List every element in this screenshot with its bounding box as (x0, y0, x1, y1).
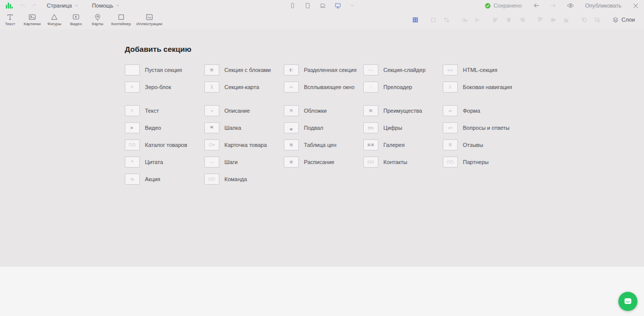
section-item[interactable]: ▶Видео (125, 122, 204, 133)
section-item[interactable]: ▢▢Команда (204, 174, 284, 185)
section-item[interactable]: ▤Обложки (284, 105, 363, 116)
section-item[interactable]: ▢≡Карточка товара (204, 139, 284, 150)
section-item[interactable]: ▀Шапка (204, 122, 284, 133)
arrange-group (581, 17, 601, 23)
section-thumbnail: ▦ (363, 105, 378, 116)
help-menu[interactable]: Помощь (92, 3, 121, 9)
section-item[interactable]: ▭Форма (443, 105, 522, 116)
history-controls (20, 3, 37, 9)
tool-illustrations[interactable]: Иллюстрации (136, 13, 162, 26)
align-left-button[interactable] (493, 17, 499, 23)
mask-button[interactable] (461, 17, 468, 23)
tool-container[interactable]: Контейнер (111, 13, 131, 26)
section-item[interactable]: ▄Подвал (284, 122, 363, 133)
section-item[interactable]: ‹ ›Секция-слайдер (363, 64, 443, 75)
tool-video[interactable]: Видео (68, 13, 84, 26)
device-chevron-down-button[interactable] (350, 3, 355, 8)
section-item[interactable]: ▦Преимущества (363, 105, 443, 116)
layers-button[interactable]: Слои (612, 17, 635, 23)
device-phone-button[interactable] (289, 3, 296, 9)
section-thumbnail: ▦ (284, 139, 299, 150)
section-item[interactable]: ◧Разделенная секция (284, 64, 363, 75)
section-item-label: Контакты (383, 159, 408, 165)
section-item-label: Боковая навигация (463, 84, 512, 90)
section-item-label: Секция-карта (224, 84, 259, 90)
section-item[interactable]: 5%Цифры (363, 122, 443, 133)
publish-button[interactable]: Опубликовать (585, 3, 621, 9)
align-middle-button[interactable] (550, 17, 556, 23)
eye-icon (567, 2, 574, 9)
align-bottom-button[interactable] (563, 17, 570, 23)
section-thumbnail: ≡ (204, 105, 219, 116)
section-item[interactable]: %Акция (125, 174, 204, 185)
undo-button[interactable] (20, 3, 26, 9)
align-center-h-icon (506, 17, 512, 23)
section-item[interactable]: ≡Описание (204, 105, 284, 116)
eye-button[interactable] (567, 2, 574, 9)
align-right-button[interactable] (519, 17, 525, 23)
section-item-label: Шапка (224, 125, 241, 131)
section-item[interactable]: ◦◦◦Шаги (204, 156, 284, 168)
close-editor-button[interactable] (632, 3, 639, 9)
section-item[interactable]: ▦Секция с блоками (204, 64, 284, 75)
arrow-right-button[interactable] (550, 2, 557, 9)
section-item-label: Отзывы (463, 142, 483, 148)
section-item[interactable]: ≡?Вопросы и ответы (443, 122, 522, 133)
arrow-left-button[interactable] (533, 2, 540, 9)
flip-icon (474, 17, 481, 23)
flip-button[interactable] (474, 17, 481, 23)
tool-text[interactable]: Текст (2, 13, 18, 26)
bring-forward-icon (581, 17, 588, 23)
device-desktop-button[interactable] (335, 3, 341, 9)
device-laptop-button[interactable] (319, 3, 326, 9)
chat-bubble-icon (623, 296, 633, 306)
device-tablet-button[interactable] (304, 3, 311, 9)
align-top-icon (537, 17, 543, 23)
section-item[interactable]: ↖Зеро-блок (125, 82, 204, 93)
tool-shapes[interactable]: Фигуры (46, 13, 62, 26)
section-item-label: Текст (145, 108, 159, 114)
section-item-label: Преимущества (383, 108, 422, 114)
crop-button[interactable] (443, 17, 450, 23)
section-item[interactable]: ▦Расписание (284, 156, 363, 168)
redo-button[interactable] (31, 3, 37, 9)
tool-images[interactable]: Картинки (24, 13, 41, 26)
align-center-h-button[interactable] (506, 17, 512, 23)
fit-button[interactable] (430, 17, 437, 23)
section-item[interactable]: ▦Таблица цен (284, 139, 363, 150)
brand-logo-icon[interactable] (5, 2, 13, 10)
section-item[interactable]: Пустая секция (125, 64, 204, 75)
section-item[interactable]: ▯▯▯Контакты (363, 156, 443, 168)
section-item[interactable]: ☰Отзывы (443, 139, 522, 150)
section-item[interactable]: ╳Секция-карта (204, 82, 284, 93)
section-thumbnail: % (125, 174, 140, 185)
section-item[interactable]: TТекст (125, 105, 204, 116)
chat-launcher-button[interactable] (618, 292, 637, 311)
container-tool-icon (117, 13, 125, 21)
section-item-label: Таблица цен (304, 142, 337, 148)
send-backward-button[interactable] (594, 17, 601, 23)
section-item[interactable]: ▭Всплывающее окно (284, 82, 363, 93)
section-item[interactable]: ▯Боковая навигация (443, 82, 522, 93)
tool-maps[interactable]: Карты (90, 13, 106, 26)
section-item[interactable]: ◌Прелоадер (363, 82, 443, 93)
images-tool-icon (28, 13, 36, 21)
section-item[interactable]: ▢▢Партнеры (443, 156, 522, 168)
section-item-label: Прелоадер (383, 84, 412, 90)
bring-forward-button[interactable] (581, 17, 588, 23)
section-item[interactable]: ▢▢Каталог товаров (125, 139, 204, 150)
align-top-button[interactable] (537, 17, 543, 23)
section-item-label: Видео (145, 125, 161, 131)
section-thumbnail: ▯▯▯ (363, 156, 378, 168)
section-item-label: Описание (224, 108, 250, 114)
arrange-group (430, 17, 450, 23)
panel-title: Добавить секцию (125, 45, 644, 53)
page-menu[interactable]: Страница (47, 3, 79, 9)
mask-icon (461, 17, 468, 23)
grid-button[interactable] (412, 17, 419, 23)
section-thumbnail: ╳ (204, 82, 219, 93)
section-thumbnail: ▄ (284, 122, 299, 133)
section-item[interactable]: </>HTML-секция (443, 64, 522, 75)
section-item[interactable]: ▣▣Галерея (363, 139, 443, 150)
section-item[interactable]: ❝Цитата (125, 156, 204, 168)
